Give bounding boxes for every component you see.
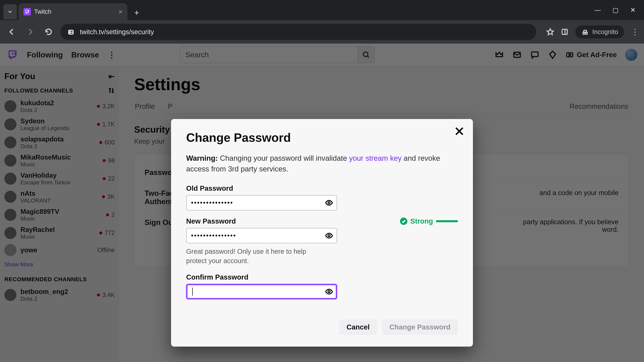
strength-bar: [436, 220, 458, 222]
incognito-badge[interactable]: Incognito: [575, 25, 624, 38]
url-text: twitch.tv/settings/security: [80, 28, 154, 36]
toggle-visibility-new[interactable]: [325, 232, 333, 240]
window-close-icon[interactable]: ✕: [630, 6, 636, 14]
window-maximize-icon[interactable]: ▢: [612, 6, 618, 14]
browser-toolbar: twitch.tv/settings/security Incognito ⋮: [0, 20, 644, 43]
old-password-input[interactable]: [186, 195, 337, 211]
tab-search-dropdown[interactable]: [3, 4, 17, 19]
svg-point-19: [328, 291, 330, 293]
modal-close-button[interactable]: [454, 125, 465, 137]
address-bar[interactable]: twitch.tv/settings/security: [60, 24, 536, 40]
svg-point-7: [586, 32, 588, 34]
twitch-favicon: [24, 8, 31, 15]
check-circle-icon: [400, 218, 407, 225]
svg-marker-3: [547, 29, 554, 35]
new-password-input[interactable]: [186, 228, 337, 243]
strength-label: Strong: [410, 217, 433, 225]
reading-list-icon[interactable]: [561, 28, 568, 36]
password-strength: Strong: [400, 217, 458, 225]
confirm-password-label: Confirm Password: [186, 273, 248, 281]
eye-icon: [325, 232, 333, 240]
warning-bold: Warning:: [186, 154, 218, 162]
browser-tab-active[interactable]: Twitch ×: [18, 3, 128, 20]
nav-forward-icon[interactable]: [24, 25, 37, 38]
bookmark-star-icon[interactable]: [546, 28, 554, 36]
change-password-button[interactable]: Change Password: [382, 320, 458, 335]
incognito-label: Incognito: [592, 28, 618, 35]
browser-menu-icon[interactable]: ⋮: [631, 27, 639, 36]
eye-icon: [325, 288, 333, 296]
warning-pre: Changing your password will invalidate: [218, 154, 349, 162]
modal-warning: Warning: Changing your password will inv…: [186, 153, 458, 174]
close-icon: [454, 125, 465, 137]
nav-reload-icon[interactable]: [42, 25, 55, 38]
new-tab-button[interactable]: +: [131, 7, 142, 18]
modal-title: Change Password: [186, 131, 458, 144]
new-password-label: New Password: [186, 217, 236, 225]
change-password-modal: Change Password Warning: Changing your p…: [171, 119, 473, 347]
password-hint: Great password! Only use it here to help…: [186, 247, 324, 266]
site-info-icon[interactable]: [67, 28, 75, 36]
toggle-visibility-confirm[interactable]: [325, 288, 333, 296]
stream-key-link[interactable]: your stream key: [349, 154, 402, 162]
cancel-button[interactable]: Cancel: [339, 320, 377, 335]
tab-close-icon[interactable]: ×: [118, 8, 122, 15]
svg-point-6: [583, 32, 585, 34]
svg-point-17: [328, 202, 330, 204]
toggle-visibility-old[interactable]: [325, 199, 333, 207]
nav-back-icon[interactable]: [5, 25, 18, 38]
confirm-password-input[interactable]: [186, 284, 337, 299]
incognito-icon: [581, 28, 589, 36]
svg-point-18: [328, 235, 330, 237]
tab-title: Twitch: [34, 8, 115, 15]
svg-rect-5: [565, 29, 567, 34]
window-minimize-icon[interactable]: —: [594, 6, 601, 14]
browser-titlebar: Twitch × + — ▢ ✕: [0, 0, 644, 20]
old-password-label: Old Password: [186, 184, 233, 192]
eye-icon: [325, 199, 333, 207]
text-caret: [192, 288, 193, 296]
